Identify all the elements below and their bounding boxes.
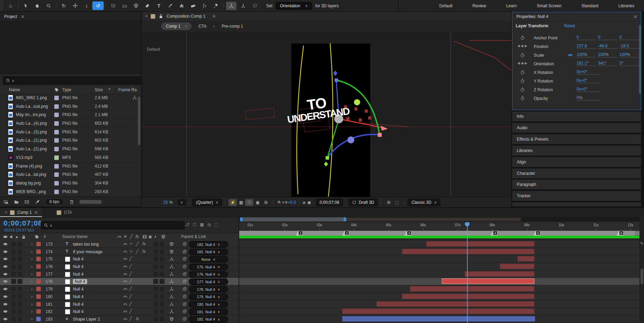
property-value[interactable]: 100% [619,52,639,57]
panel-effects-presets[interactable]: Effects & Presets [512,134,641,144]
layer-row-183[interactable]: ›183★Shape Layer 2╱fx@182. Null 4∨ [0,315,239,323]
property-value[interactable]: 100% [577,52,596,57]
render-quill-icon[interactable] [35,199,40,205]
eye-icon[interactable] [3,234,8,239]
switch-cell[interactable] [11,241,16,247]
layer-row-174[interactable]: ›174TIf your message☀╱fx@182. Null 4∨ [0,248,239,256]
layer-duration-bar[interactable] [402,294,534,299]
collapse-icon[interactable]: ☀ [123,234,127,239]
quality-switch-icon[interactable]: ╱ [129,272,132,276]
pan-tool-icon[interactable] [69,1,81,10]
switch-cell[interactable] [153,256,158,262]
layer-bar-row-176[interactable] [239,263,640,270]
quality-switch-icon[interactable]: ╱ [129,294,132,299]
properties-scrollbar[interactable] [639,25,641,94]
label-color-chip[interactable] [36,287,41,291]
tag-icon[interactable] [34,234,39,239]
parent-dropdown[interactable]: 177. Null 4∨ [189,278,228,285]
switch-cell[interactable] [17,316,22,322]
label-color-chip[interactable] [54,113,59,117]
shy-switch-icon[interactable] [123,264,128,269]
parent-dropdown[interactable]: 176. Null 4∨ [189,271,228,278]
label-color-chip[interactable] [36,302,41,306]
project-search-input[interactable]: ∨ [3,76,143,85]
dolly-tool-icon[interactable]: ↕ [81,1,92,10]
timeline-search-input[interactable]: ∨ [41,221,185,229]
switch-cell[interactable] [153,309,158,314]
parent-dropdown[interactable]: 175. Null 4∨ [189,264,228,270]
quality-switch-icon[interactable]: ╱ [129,264,132,269]
toolbar-grip[interactable] [0,0,3,11]
transform-gizmo[interactable] [324,70,409,167]
switch-cell[interactable] [11,264,16,269]
expand-chevron-icon[interactable]: › [31,294,32,299]
close-icon[interactable]: × [145,14,148,19]
delete-trash-icon[interactable] [69,199,74,205]
breadcrumb-comp1[interactable]: Comp 1‹ [161,22,192,30]
stopwatch-icon[interactable] [514,87,530,92]
shy-switch-icon[interactable] [123,256,128,262]
null-tree-icon[interactable] [169,309,174,314]
expand-chevron-icon[interactable]: › [31,264,32,269]
layer-duration-bar[interactable] [342,308,534,314]
eye-icon[interactable] [3,286,8,292]
expand-chevron-icon[interactable]: › [31,302,32,307]
null-tree-icon[interactable] [169,264,174,269]
layer-bar-row-178[interactable] [239,278,640,285]
shy-switch-icon[interactable] [123,316,128,322]
project-file-row[interactable]: Auto La...tal.pngPNG file407 KB [0,171,141,179]
layer-name[interactable]: Null 4 [73,272,84,277]
quality-switch-icon[interactable]: ╱ [129,256,132,261]
view-axis-icon[interactable] [250,2,260,10]
switch-cell[interactable] [11,272,16,277]
pickwhip-icon[interactable]: @ [183,272,187,276]
property-value[interactable]: 0 [598,35,617,40]
layer-bar-row-175[interactable] [239,255,640,263]
expand-chevron-icon[interactable]: › [31,316,32,322]
switch-cell[interactable] [159,286,165,292]
comp-marker-6[interactable]: 6 [617,231,624,236]
project-file-row[interactable]: dialog bg.pngPNG file304 KB [0,179,141,188]
label-color-chip[interactable] [54,164,59,169]
timeline-navigator[interactable] [239,217,644,222]
project-file-row[interactable]: WEB BRO...pngPNG file283 KB [0,188,141,197]
project-file-row[interactable]: Auto La...(4).pngPNG file653 KB [0,120,141,128]
layer-duration-bar[interactable] [342,316,535,322]
label-color-chip[interactable] [54,104,59,109]
draft-3d-button[interactable]: ⬡ Draft 3D [348,199,378,206]
quality-switch-icon[interactable]: ╱ [136,249,138,254]
panel-libraries[interactable]: Libraries [512,145,641,156]
property-value[interactable]: 100% [598,52,617,57]
home-tool-icon[interactable]: ⌂ [5,1,16,10]
switch-cell[interactable] [153,286,158,292]
switch-cell[interactable] [159,241,165,247]
exposure-value[interactable]: +0.0 [288,200,296,205]
eye-icon[interactable] [3,249,8,254]
switch-cell[interactable] [17,294,22,299]
switch-cell[interactable] [17,264,22,269]
rotobrush-tool-icon[interactable] [199,1,210,10]
panel-menu-icon[interactable]: ≡ [213,13,215,19]
draft-3d-icon[interactable]: ⬡ [193,222,196,227]
quality-switch-icon[interactable]: ╱ [129,302,132,306]
mask-visibility-icon[interactable]: ⬠ [245,199,253,206]
stopwatch-icon[interactable] [514,35,530,40]
time-ruler[interactable]: 01s02s03s04s05s06s07s08s09s10s11s12s [239,222,640,231]
mini-flowchart-icon[interactable]: ⎇ [185,222,189,227]
null-tree-icon[interactable] [169,294,174,299]
reset-button[interactable]: Reset [564,23,575,28]
layer-name[interactable]: Null 4 [73,264,84,269]
viewer-timecode[interactable]: 0;00;07;08 [316,199,343,206]
parent-dropdown[interactable]: None∨ [189,256,228,263]
shy-switch-icon[interactable] [123,286,128,292]
shy-switch-icon[interactable] [123,249,128,254]
panel-paragraph[interactable]: Paragraph [512,179,641,190]
project-file-row[interactable]: Máy tín...tro.pngPNG file2.1 MB [0,111,141,120]
switch-cell[interactable] [17,241,22,247]
property-value[interactable]: 0x+0° [577,69,601,75]
project-scrollbar[interactable] [138,97,140,145]
pickwhip-icon[interactable]: @ [183,286,187,291]
cube3d-icon[interactable] [169,241,174,247]
null-tree-icon[interactable] [169,302,174,307]
panel-menu-icon[interactable]: ≡ [35,210,37,215]
